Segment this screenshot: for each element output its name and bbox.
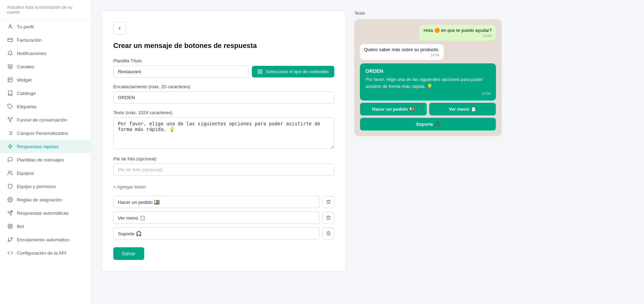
sidebar-label-facturacion: Facturación xyxy=(17,37,42,43)
sidebar-label-api: Configuración de la API xyxy=(17,250,66,256)
sidebar-label-campos: Campos Personalizados xyxy=(17,131,68,136)
bubble-received-1: Quiero saber más sobre su producto. 14:0… xyxy=(360,44,444,60)
sidebar-label-reglas: Reglas de asignación xyxy=(17,197,62,202)
bubble-received-1-time: 14:04 xyxy=(364,53,440,57)
save-button[interactable]: Salvar xyxy=(113,247,144,260)
code-icon xyxy=(7,250,13,256)
bubble-sent-1: Hola 🟠 en que te puedo ayudar? 14:04 xyxy=(419,25,496,41)
send-icon xyxy=(7,210,13,216)
sidebar-label-respuestas: Respuestas rápidas xyxy=(17,144,59,149)
button-input-2[interactable] xyxy=(113,212,320,224)
book-icon xyxy=(7,90,13,96)
layers-icon xyxy=(7,63,13,70)
sidebar-item-reglas[interactable]: Reglas de asignación xyxy=(0,193,91,206)
button-item-2 xyxy=(113,212,334,224)
cpu-icon xyxy=(7,223,13,229)
sidebar-item-campos[interactable]: Campos Personalizados xyxy=(0,126,91,140)
preview-btn-2[interactable]: Ver menú 📋 xyxy=(429,103,496,116)
footer-group: Pie de foto (opcional) xyxy=(113,156,334,176)
sidebar-item-api[interactable]: Configuración de la API xyxy=(0,246,91,260)
svg-marker-15 xyxy=(8,144,12,148)
sidebar-label-plantillas: Plantillas de mensajes xyxy=(17,157,64,163)
svg-point-32 xyxy=(8,240,9,242)
credit-card-icon xyxy=(7,37,13,43)
sidebar-item-canales[interactable]: Canales xyxy=(0,60,91,73)
sidebar-label-notificaciones: Notificaciones xyxy=(17,51,46,56)
sidebar-item-auto-respuestas[interactable]: Respuestas automáticas xyxy=(0,206,91,220)
zap-icon xyxy=(7,143,13,150)
svg-marker-8 xyxy=(8,118,12,122)
button-input-1[interactable] xyxy=(113,196,320,208)
sidebar-label-canales: Canales xyxy=(17,64,34,69)
svg-marker-3 xyxy=(8,64,12,67)
sidebar-item-funnel[interactable]: Funnel de conversación xyxy=(0,113,91,126)
svg-point-17 xyxy=(9,199,11,200)
svg-point-0 xyxy=(9,25,11,27)
text-group: Texto (máx. 1024 caracteres) xyxy=(113,110,334,150)
delete-button-1[interactable] xyxy=(322,196,334,208)
svg-rect-1 xyxy=(8,38,12,41)
svg-rect-21 xyxy=(9,226,11,227)
sidebar-item-notificaciones[interactable]: Notificaciones xyxy=(0,47,91,60)
sidebar-item-plantillas[interactable]: Plantillas de mensajes xyxy=(0,153,91,166)
sidebar-item-equipos[interactable]: Equipos xyxy=(0,166,91,180)
chat-message-sent-1: Hola 🟠 en que te puedo ayudar? 14:04 xyxy=(360,25,496,41)
form-title: Crear un mensaje de botones de respuesta xyxy=(113,42,334,50)
button-items-list xyxy=(113,196,334,240)
button-input-3[interactable] xyxy=(113,227,320,240)
preview-btn-1[interactable]: Hacer un pedido 🍱 xyxy=(360,103,427,116)
sidebar-label-catalogo: Catálogo xyxy=(17,91,36,96)
sidebar-item-widget[interactable]: Widget xyxy=(0,73,91,87)
svg-rect-33 xyxy=(258,70,260,71)
sidebar-label-enrutamiento: Enrutamiento automático xyxy=(17,237,69,242)
sidebar-item-facturacion[interactable]: Facturación xyxy=(0,33,91,47)
svg-rect-4 xyxy=(8,78,12,82)
text-input[interactable] xyxy=(113,117,334,149)
card-buttons: Hacer un pedido 🍱 Ver menú 📋 Soporte 🎧 xyxy=(360,103,496,131)
template-title-input[interactable] xyxy=(113,65,248,78)
select-content-button[interactable]: Seleccione el tipo de contenido xyxy=(252,66,334,77)
layout-icon xyxy=(7,77,13,83)
delete-button-2[interactable] xyxy=(322,212,334,224)
form-panel: Crear un mensaje de botones de respuesta… xyxy=(102,11,346,271)
shield-icon xyxy=(7,183,13,189)
svg-rect-34 xyxy=(261,70,262,71)
chat-message-received-1: Quiero saber más sobre su producto. 14:0… xyxy=(360,44,496,60)
bubble-received-1-text: Quiero saber más sobre su producto. xyxy=(364,47,440,52)
sidebar-item-catalogo[interactable]: Catálogo xyxy=(0,87,91,100)
list-icon xyxy=(7,130,13,136)
preview-btn-3[interactable]: Soporte 🎧 xyxy=(360,118,496,131)
sidebar-item-respuestas[interactable]: Respuestas rápidas xyxy=(0,140,91,153)
card-body: Por favor, elige una de las siguientes o… xyxy=(365,76,490,90)
sidebar-item-perfil[interactable]: Tu perfil xyxy=(0,20,91,33)
svg-point-31 xyxy=(11,237,12,239)
footer-input[interactable] xyxy=(113,164,334,176)
user-icon xyxy=(7,23,13,30)
bell-icon xyxy=(7,50,13,56)
settings-icon xyxy=(7,196,13,203)
sidebar-label-widget: Widget xyxy=(17,77,32,83)
sidebar-label-equipos: Equipos xyxy=(17,171,34,176)
sidebar-item-etiquetas[interactable]: Etiquetas xyxy=(0,100,91,113)
svg-point-16 xyxy=(8,171,10,173)
add-button-button[interactable]: + Agregar botón xyxy=(113,182,146,192)
sidebar-item-equipo-permisos[interactable]: Equipo y permisos xyxy=(0,180,91,193)
bubble-sent-1-time: 14:04 xyxy=(423,34,492,38)
back-button[interactable] xyxy=(113,22,126,35)
git-branch-icon xyxy=(7,236,13,243)
heading-label: Encabezamiento (máx. 20 caracteres) xyxy=(113,84,334,89)
button-item-3 xyxy=(113,227,334,240)
delete-button-3[interactable] xyxy=(322,228,334,240)
sidebar-label-etiquetas: Etiquetas xyxy=(17,104,36,109)
svg-rect-36 xyxy=(261,72,262,74)
filter-icon xyxy=(7,117,13,123)
heading-group: Encabezamiento (máx. 20 caracteres) xyxy=(113,84,334,104)
preview-chat: Hola 🟠 en que te puedo ayudar? 14:04 Qui… xyxy=(354,19,502,136)
sidebar-item-enrutamiento[interactable]: Enrutamiento automático xyxy=(0,233,91,246)
sidebar-label-bot: Bot xyxy=(17,224,24,229)
button-item-1 xyxy=(113,196,334,208)
sidebar-item-bot[interactable]: Bot xyxy=(0,220,91,233)
card-bubble: ORDEN Por favor, elige una de las siguie… xyxy=(360,63,496,101)
heading-input[interactable] xyxy=(113,91,334,104)
sidebar-header: Actualice toda la información de su cuen… xyxy=(0,0,91,20)
